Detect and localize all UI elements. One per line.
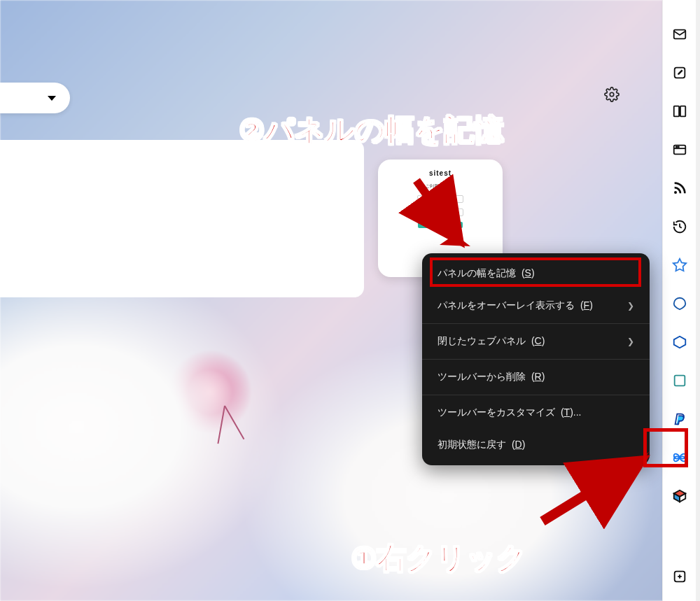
menu-remember-panel-width[interactable]: パネルの幅を記憶 (S) (422, 257, 650, 290)
menu-item-label: 閉じたウェブパネル (438, 335, 526, 346)
menu-separator (422, 323, 650, 324)
mail-icon (672, 27, 687, 42)
menu-remove-from-toolbar[interactable]: ツールバーから削除 (R) (422, 361, 650, 393)
menu-overlay-display[interactable]: パネルをオーバーレイ表示する (F) ❯ (422, 290, 650, 322)
add-panel-icon (672, 569, 687, 584)
webpanel-4-icon (672, 373, 687, 388)
sidebar-webpanel-butterfly[interactable] (671, 448, 689, 467)
scrollbar-track[interactable] (696, 0, 700, 601)
chevron-right-icon: ❯ (627, 337, 634, 346)
menu-item-label: パネルをオーバーレイ表示する (438, 299, 575, 311)
menu-reset-to-default[interactable]: 初期状態に戻す (D) (422, 429, 650, 461)
history-icon (672, 219, 687, 234)
menu-closed-web-panel[interactable]: 閉じたウェブパネル (C) ❯ (422, 325, 650, 358)
svg-point-13 (678, 146, 678, 147)
sidebar-webpanel-paypal[interactable] (671, 410, 689, 428)
sidebar-webpanel-2[interactable] (671, 295, 689, 313)
rss-icon (672, 181, 687, 196)
annotation-step-2: ②パネルの幅を記憶 (239, 111, 503, 150)
panel-preview-input-2 (417, 208, 463, 216)
chevron-down-icon (48, 96, 56, 101)
panel-reader[interactable] (671, 102, 689, 120)
webpanel-paypal-icon (672, 411, 687, 427)
menu-item-label: 初期状態に戻す (438, 439, 506, 450)
webpanel-butterfly-icon (672, 450, 687, 465)
sidebar-webpanel-4[interactable] (671, 372, 689, 390)
panel-sidebar (662, 0, 696, 601)
menu-customize-toolbar[interactable]: ツールバーをカスタマイズ (T)... (422, 397, 650, 429)
panel-history[interactable] (671, 218, 689, 236)
panel-compose[interactable] (671, 64, 689, 82)
webpanel-3-icon (672, 334, 687, 350)
menu-separator (422, 359, 650, 360)
webpanel-cube-icon (672, 488, 687, 504)
window-icon (672, 142, 687, 157)
top-left-dropdown[interactable] (0, 83, 70, 113)
redacted-content-block (0, 140, 364, 297)
panel-rss[interactable] (671, 179, 689, 197)
panel-add-button[interactable] (671, 567, 689, 586)
panel-mail[interactable] (671, 25, 689, 43)
menu-item-label: ツールバーをカスタマイズ (438, 406, 555, 418)
annotation-step-1: ①右クリック (351, 539, 526, 578)
reader-icon (672, 104, 687, 119)
menu-item-label: ツールバーから削除 (438, 371, 526, 382)
svg-marker-15 (673, 337, 685, 348)
svg-rect-16 (674, 376, 685, 386)
sidebar-webpanel-cube[interactable] (671, 487, 689, 505)
webpanel-2-icon (672, 296, 687, 311)
compose-icon (672, 65, 687, 80)
gear-icon (604, 87, 620, 102)
sidebar-webpanel-1[interactable] (671, 256, 689, 274)
svg-point-0 (610, 92, 614, 97)
svg-point-14 (674, 191, 677, 194)
menu-item-label: パネルの幅を記憶 (438, 267, 516, 278)
panel-preview-brand: sitest (429, 169, 451, 177)
svg-rect-9 (680, 106, 685, 117)
svg-point-12 (676, 146, 676, 147)
menu-separator (422, 395, 650, 395)
panel-preview-subtitle: ご利用登録者様 (426, 183, 455, 190)
panel-preview-input-1 (417, 195, 463, 203)
panel-context-menu: パネルの幅を記憶 (S) パネルをオーバーレイ表示する (F) ❯ 閉じたウェブ… (422, 253, 650, 465)
webpanel-1-icon (672, 257, 687, 273)
svg-rect-8 (673, 106, 678, 117)
sidebar-webpanel-3[interactable] (671, 333, 689, 351)
settings-button[interactable] (602, 85, 622, 104)
panel-preview-submit (418, 222, 463, 228)
chevron-right-icon: ❯ (627, 301, 634, 311)
panel-window[interactable] (671, 141, 689, 159)
